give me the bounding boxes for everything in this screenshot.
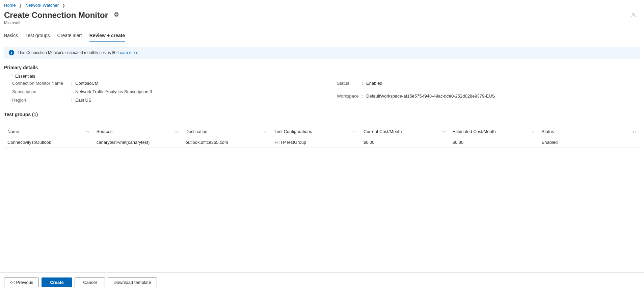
kv-value-subscription: Network Traffic Analytics Subscription 3 xyxy=(75,89,315,94)
kv-key-workspace: Workspace xyxy=(337,94,362,103)
kv-key-subscription: Subscription xyxy=(12,89,71,94)
kv-value-status: Enabled xyxy=(366,81,640,90)
print-icon[interactable] xyxy=(113,11,120,18)
col-status[interactable]: Status ↑↓ xyxy=(538,126,640,137)
create-button[interactable]: Create xyxy=(42,277,72,287)
page-title: Create Connection Monitor xyxy=(4,10,108,20)
kv-key-connection-monitor-name: Connection Monitor Name xyxy=(12,81,71,86)
col-test-configs[interactable]: Test Configurations ↑↓ xyxy=(271,126,360,137)
col-name[interactable]: Name ↑↓ xyxy=(4,126,93,137)
test-groups-heading: Test groups (1) xyxy=(4,112,640,120)
banner-text: This Connection Monitor's estimated mont… xyxy=(18,50,117,55)
tab-create-alert[interactable]: Create alert xyxy=(57,31,82,42)
col-sources[interactable]: Sources ↑↓ xyxy=(93,126,182,137)
col-destination[interactable]: Destination ↑↓ xyxy=(182,126,271,137)
cost-info-banner: i This Connection Monitor's estimated mo… xyxy=(4,47,640,59)
col-est-cost[interactable]: Estimated Cost/Month ↑↓ xyxy=(449,126,538,137)
kv-value-connection-monitor-name: ContosoCM xyxy=(75,81,315,86)
breadcrumb-network-watcher[interactable]: Network Watcher xyxy=(25,3,59,8)
essentials-toggle[interactable]: ⌃ Essentials xyxy=(10,74,35,79)
kv-value-workspace: DefaultWorkspace-af15e575-f948-49ac-bce0… xyxy=(366,94,640,103)
col-current-cost[interactable]: Current Cost/Month ↑↓ xyxy=(360,126,449,137)
tab-basics[interactable]: Basics xyxy=(4,31,18,42)
kv-value-region: East US xyxy=(75,98,315,103)
sort-icon: ↑↓ xyxy=(86,130,90,133)
previous-button[interactable]: << Previous xyxy=(4,277,39,287)
cancel-button[interactable]: Cancel xyxy=(75,277,105,287)
cell-current-cost: $0.00 xyxy=(360,137,449,148)
svg-rect-0 xyxy=(115,12,118,14)
sort-icon: ↑↓ xyxy=(353,130,357,133)
primary-details-heading: Primary details xyxy=(4,65,640,70)
tabs: Basics Test groups Create alert Review +… xyxy=(4,31,640,42)
chevron-right-icon: ❯ xyxy=(17,3,24,7)
learn-more-link[interactable]: Learn more xyxy=(117,50,138,55)
download-template-button[interactable]: Download template xyxy=(108,277,157,287)
cell-destination: outlook.office365.com xyxy=(182,137,271,148)
sort-icon: ↑↓ xyxy=(175,130,179,133)
sort-icon: ↑↓ xyxy=(531,130,535,133)
sort-icon: ↑↓ xyxy=(633,130,637,133)
provider-label: Microsoft xyxy=(4,21,120,25)
essentials-grid: Connection Monitor Name : ContosoCM Subs… xyxy=(4,81,640,107)
cell-sources: canarytest-vnet(canarytest) xyxy=(93,137,182,148)
svg-rect-1 xyxy=(115,14,118,15)
chevron-right-icon: ❯ xyxy=(60,3,67,7)
essentials-label: Essentials xyxy=(15,74,35,79)
table-row[interactable]: ConnectivityToOutlook canarytest-vnet(ca… xyxy=(4,137,640,148)
tab-test-groups[interactable]: Test groups xyxy=(25,31,50,42)
kv-key-region: Region xyxy=(12,98,71,103)
cell-status: Enabled xyxy=(538,137,640,148)
cell-est-cost: $0.30 xyxy=(449,137,538,148)
wizard-footer: << Previous Create Cancel Download templ… xyxy=(0,272,644,292)
sort-icon: ↑↓ xyxy=(264,130,268,133)
test-groups-table: Name ↑↓ Sources ↑↓ Destination ↑↓ Test C… xyxy=(4,126,640,148)
cell-test-configs: HTTPTestGroup xyxy=(271,137,360,148)
info-icon: i xyxy=(9,50,14,55)
breadcrumb-home[interactable]: Home xyxy=(4,3,16,8)
kv-key-status: Status xyxy=(337,81,362,90)
chevron-up-icon: ⌃ xyxy=(10,74,13,78)
close-icon[interactable] xyxy=(630,11,637,19)
cell-name: ConnectivityToOutlook xyxy=(4,137,93,148)
tab-review-create[interactable]: Review + create xyxy=(89,31,125,42)
breadcrumb: Home ❯ Network Watcher ❯ xyxy=(4,0,640,9)
sort-icon: ↑↓ xyxy=(442,130,446,133)
